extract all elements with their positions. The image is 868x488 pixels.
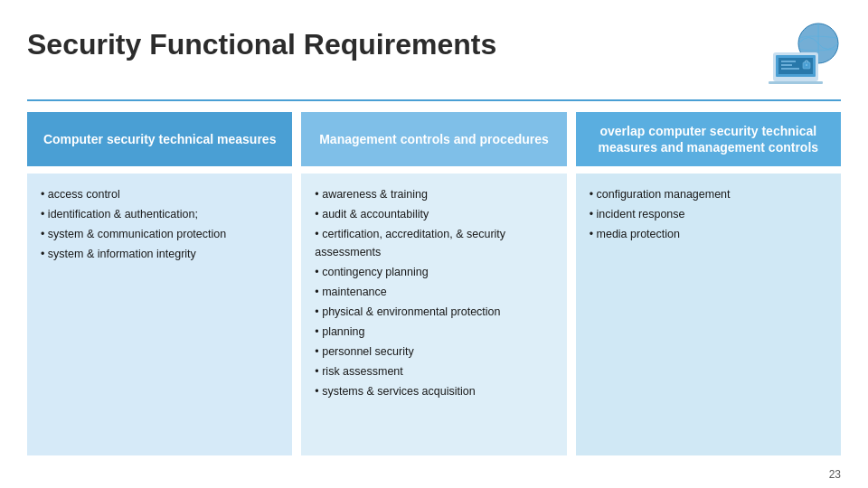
column-3: overlap computer security technical meas… [576, 112, 841, 455]
col3-header: overlap computer security technical meas… [576, 112, 841, 166]
list-item: awareness & training [315, 184, 552, 204]
svg-point-11 [806, 64, 807, 66]
list-item: physical & environmental protection [315, 302, 552, 322]
list-item: planning [315, 322, 552, 342]
col2-list: awareness & training audit & accountabil… [315, 184, 552, 401]
col1-header: Computer security technical measures [27, 112, 292, 166]
list-item: identification & authentication; [41, 204, 278, 224]
page-number: 23 [829, 468, 841, 481]
list-item: risk assessment [315, 361, 552, 381]
list-item: incident response [590, 204, 827, 224]
col2-header: Management controls and procedures [301, 112, 566, 166]
list-item: audit & accountability [315, 204, 552, 224]
col3-list: configuration management incident respon… [590, 184, 827, 244]
list-item: system & communication protection [41, 224, 278, 244]
col2-body: awareness & training audit & accountabil… [301, 174, 566, 455]
list-item: access control [41, 184, 278, 204]
list-item: contingency planning [315, 262, 552, 282]
svg-rect-9 [769, 81, 823, 84]
list-item: systems & services acquisition [315, 381, 552, 401]
list-item: configuration management [590, 184, 827, 204]
list-item: certification, accreditation, & security… [315, 224, 552, 262]
col3-body: configuration management incident respon… [576, 174, 841, 455]
columns-container: Computer security technical measures acc… [27, 112, 841, 455]
security-icon [760, 18, 841, 90]
title-divider [27, 99, 841, 101]
column-1: Computer security technical measures acc… [27, 112, 292, 455]
list-item: system & information integrity [41, 244, 278, 264]
header-area: Security Functional Requirements [27, 18, 841, 90]
col1-list: access control identification & authenti… [41, 184, 278, 264]
column-2: Management controls and procedures aware… [301, 112, 566, 455]
list-item: maintenance [315, 282, 552, 302]
page-title: Security Functional Requirements [27, 18, 496, 61]
list-item: personnel security [315, 342, 552, 361]
col1-body: access control identification & authenti… [27, 174, 292, 455]
slide: Security Functional Requirements [0, 0, 868, 488]
list-item: media protection [590, 224, 827, 244]
